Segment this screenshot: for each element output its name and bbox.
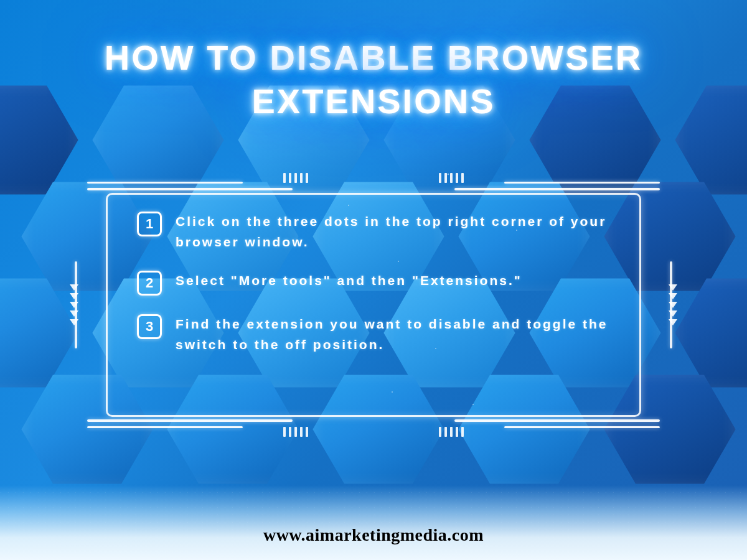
step-text: Select "More tools" and then "Extensions…	[176, 271, 522, 291]
frame-decoration	[87, 419, 293, 422]
step-text: Click on the three dots in the top right…	[176, 212, 610, 252]
step-text: Find the extension you want to disable a…	[176, 314, 610, 355]
frame-decoration	[439, 173, 464, 183]
step-number: 1	[137, 212, 162, 236]
footer-url: www.aimarketingmedia.com	[263, 525, 484, 545]
frame-decoration	[87, 426, 243, 428]
steps-list: 1 Click on the three dots in the top rig…	[137, 212, 610, 355]
step-number: 2	[137, 271, 162, 296]
instruction-panel: 1 Click on the three dots in the top rig…	[93, 187, 654, 423]
frame-side-ornament-left	[63, 243, 88, 367]
frame-decoration	[454, 419, 660, 422]
frame-side-ornament-right	[659, 243, 684, 367]
frame-decoration	[87, 182, 243, 184]
footer: www.aimarketingmedia.com	[0, 485, 747, 560]
step-3: 3 Find the extension you want to disable…	[137, 314, 610, 355]
step-number: 3	[137, 314, 162, 339]
frame-decoration	[504, 426, 660, 428]
title-line-1: How to Disable Browser	[0, 36, 747, 80]
title-line-2: Extensions	[0, 80, 747, 123]
step-1: 1 Click on the three dots in the top rig…	[137, 212, 610, 252]
frame-decoration	[283, 427, 308, 437]
step-2: 2 Select "More tools" and then "Extensio…	[137, 271, 610, 296]
frame-decoration	[504, 182, 660, 184]
frame-decoration	[454, 188, 660, 190]
page-title: How to Disable Browser Extensions	[0, 36, 747, 123]
frame-decoration	[283, 173, 308, 183]
frame-decoration	[87, 188, 293, 190]
frame-decoration	[439, 427, 464, 437]
